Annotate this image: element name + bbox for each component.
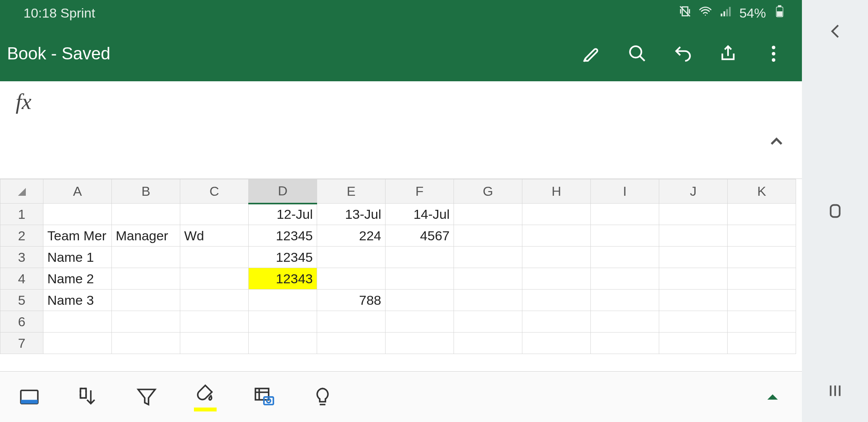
cell-E3[interactable] bbox=[317, 247, 386, 268]
cell-E4[interactable] bbox=[317, 268, 386, 290]
cell-G7[interactable] bbox=[454, 333, 522, 354]
cell-K3[interactable] bbox=[728, 247, 796, 268]
cell-K6[interactable] bbox=[728, 311, 796, 333]
ideas-button[interactable] bbox=[305, 379, 340, 415]
nav-back-button[interactable] bbox=[820, 16, 851, 47]
fill-color-button[interactable] bbox=[188, 379, 223, 415]
cell-K7[interactable] bbox=[728, 333, 796, 354]
cell-D4[interactable]: 12343 bbox=[249, 268, 317, 290]
cell-H3[interactable] bbox=[522, 247, 591, 268]
cell-C1[interactable] bbox=[180, 204, 249, 225]
cell-H6[interactable] bbox=[522, 311, 591, 333]
cell-A5[interactable]: Name 3 bbox=[43, 290, 112, 311]
cell-F2[interactable]: 4567 bbox=[386, 225, 454, 247]
cell-A3[interactable]: Name 1 bbox=[43, 247, 112, 268]
collapse-formula-button[interactable] bbox=[763, 128, 790, 156]
cell-H7[interactable] bbox=[522, 333, 591, 354]
cell-K1[interactable] bbox=[728, 204, 796, 225]
column-header-D[interactable]: D bbox=[249, 179, 317, 204]
cell-A6[interactable] bbox=[43, 311, 112, 333]
cell-G1[interactable] bbox=[454, 204, 522, 225]
cell-J1[interactable] bbox=[659, 204, 728, 225]
row-header-2[interactable]: 2 bbox=[0, 225, 43, 247]
cell-C6[interactable] bbox=[180, 311, 249, 333]
column-header-C[interactable]: C bbox=[180, 179, 249, 204]
nav-home-button[interactable] bbox=[820, 195, 851, 227]
cell-H1[interactable] bbox=[522, 204, 591, 225]
cell-I3[interactable] bbox=[591, 247, 659, 268]
column-header-K[interactable]: K bbox=[728, 179, 796, 204]
share-button[interactable] bbox=[707, 34, 749, 73]
cell-B4[interactable] bbox=[112, 268, 180, 290]
cell-I4[interactable] bbox=[591, 268, 659, 290]
cell-F5[interactable] bbox=[386, 290, 454, 311]
cell-G3[interactable] bbox=[454, 247, 522, 268]
column-header-I[interactable]: I bbox=[591, 179, 659, 204]
cell-F6[interactable] bbox=[386, 311, 454, 333]
cell-H4[interactable] bbox=[522, 268, 591, 290]
cell-E2[interactable]: 224 bbox=[317, 225, 386, 247]
column-header-B[interactable]: B bbox=[112, 179, 180, 204]
cell-J2[interactable] bbox=[659, 225, 728, 247]
row-header-6[interactable]: 6 bbox=[0, 311, 43, 333]
cell-A1[interactable] bbox=[43, 204, 112, 225]
column-header-J[interactable]: J bbox=[659, 179, 728, 204]
column-header-E[interactable]: E bbox=[317, 179, 386, 204]
cell-B6[interactable] bbox=[112, 311, 180, 333]
filter-button[interactable] bbox=[129, 379, 164, 415]
row-header-3[interactable]: 3 bbox=[0, 247, 43, 268]
cell-F7[interactable] bbox=[386, 333, 454, 354]
cell-H2[interactable] bbox=[522, 225, 591, 247]
cell-I6[interactable] bbox=[591, 311, 659, 333]
cell-E1[interactable]: 13-Jul bbox=[317, 204, 386, 225]
cell-F1[interactable]: 14-Jul bbox=[386, 204, 454, 225]
cell-I2[interactable] bbox=[591, 225, 659, 247]
select-all-corner[interactable] bbox=[0, 179, 43, 204]
row-header-1[interactable]: 1 bbox=[0, 204, 43, 225]
cell-B1[interactable] bbox=[112, 204, 180, 225]
spreadsheet[interactable]: ABCDEFGHIJK112-Jul13-Jul14-Jul2Team MerM… bbox=[0, 179, 802, 354]
column-header-A[interactable]: A bbox=[43, 179, 112, 204]
column-header-H[interactable]: H bbox=[522, 179, 591, 204]
camera-insert-button[interactable] bbox=[246, 379, 282, 415]
cell-I7[interactable] bbox=[591, 333, 659, 354]
expand-toolbar-button[interactable] bbox=[755, 379, 790, 415]
cell-D1[interactable]: 12-Jul bbox=[249, 204, 317, 225]
cell-K5[interactable] bbox=[728, 290, 796, 311]
cell-A4[interactable]: Name 2 bbox=[43, 268, 112, 290]
cell-E6[interactable] bbox=[317, 311, 386, 333]
cell-G5[interactable] bbox=[454, 290, 522, 311]
cell-B2[interactable]: Manager bbox=[112, 225, 180, 247]
cell-J7[interactable] bbox=[659, 333, 728, 354]
cell-I5[interactable] bbox=[591, 290, 659, 311]
cell-C2[interactable]: Wd bbox=[180, 225, 249, 247]
cell-D7[interactable] bbox=[249, 333, 317, 354]
column-header-G[interactable]: G bbox=[454, 179, 522, 204]
cell-B7[interactable] bbox=[112, 333, 180, 354]
cell-B5[interactable] bbox=[112, 290, 180, 311]
nav-recent-button[interactable] bbox=[820, 375, 851, 406]
cell-C4[interactable] bbox=[180, 268, 249, 290]
sort-button[interactable] bbox=[70, 379, 106, 415]
cell-C3[interactable] bbox=[180, 247, 249, 268]
cell-H5[interactable] bbox=[522, 290, 591, 311]
cell-K4[interactable] bbox=[728, 268, 796, 290]
undo-button[interactable] bbox=[662, 34, 703, 73]
row-header-4[interactable]: 4 bbox=[0, 268, 43, 290]
cell-A2[interactable]: Team Mer bbox=[43, 225, 112, 247]
cell-C7[interactable] bbox=[180, 333, 249, 354]
cell-F4[interactable] bbox=[386, 268, 454, 290]
cell-D2[interactable]: 12345 bbox=[249, 225, 317, 247]
fx-icon[interactable]: fx bbox=[12, 88, 35, 116]
cell-C5[interactable] bbox=[180, 290, 249, 311]
cell-J4[interactable] bbox=[659, 268, 728, 290]
cell-I1[interactable] bbox=[591, 204, 659, 225]
search-button[interactable] bbox=[617, 34, 658, 73]
cell-F3[interactable] bbox=[386, 247, 454, 268]
cell-B3[interactable] bbox=[112, 247, 180, 268]
card-view-button[interactable] bbox=[12, 379, 47, 415]
draw-button[interactable] bbox=[571, 34, 613, 73]
cell-D3[interactable]: 12345 bbox=[249, 247, 317, 268]
cell-E7[interactable] bbox=[317, 333, 386, 354]
cell-G4[interactable] bbox=[454, 268, 522, 290]
